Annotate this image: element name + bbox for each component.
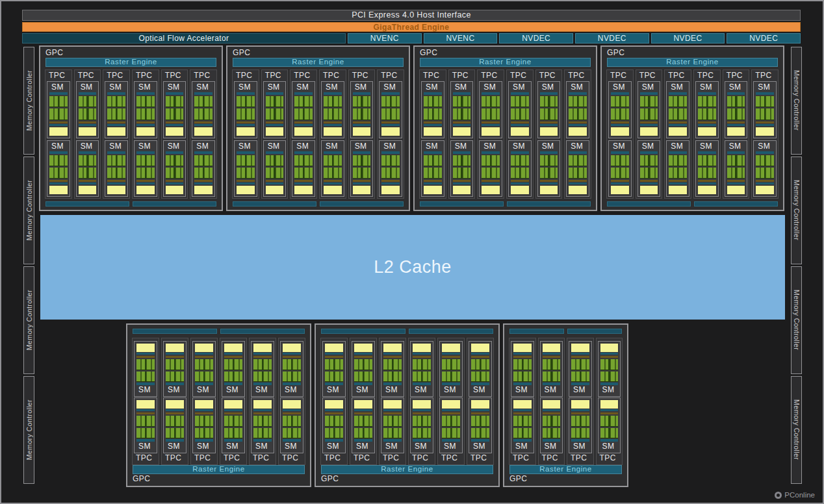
green-grid-block bbox=[471, 416, 489, 427]
green-grid-block bbox=[194, 96, 212, 107]
olive-strip bbox=[413, 356, 431, 358]
tpc-label: TPC bbox=[439, 453, 463, 463]
teal-strip bbox=[611, 183, 629, 184]
green-grid-block bbox=[194, 108, 212, 120]
yellow-block bbox=[237, 127, 255, 136]
sm-label: SM bbox=[353, 142, 371, 151]
sm-label: SM bbox=[136, 385, 155, 394]
teal-strip bbox=[237, 183, 255, 184]
optical-flow-accelerator-bar: Optical Flow Accelerator bbox=[22, 33, 346, 44]
teal-strip bbox=[194, 151, 212, 154]
green-grid-block bbox=[166, 372, 184, 383]
olive-strip bbox=[513, 412, 532, 414]
teal-strip bbox=[482, 151, 500, 154]
memory-controller-label: Memory Controller bbox=[25, 290, 33, 350]
teal-strip bbox=[294, 183, 313, 184]
yellow-block bbox=[266, 127, 284, 136]
olive-strip bbox=[611, 121, 629, 123]
sm-label: SM bbox=[381, 82, 400, 92]
green-grid-block bbox=[727, 155, 745, 166]
sm-block: SM bbox=[379, 140, 402, 197]
sm-label: SM bbox=[424, 142, 442, 151]
codec-unit-bar: NVDEC bbox=[575, 33, 649, 44]
olive-strip bbox=[325, 356, 343, 358]
video-engine-row: Optical Flow Accelerator NVENCNVENCNVDEC… bbox=[22, 33, 801, 44]
green-grid-block bbox=[354, 428, 372, 439]
green-grid-block bbox=[383, 428, 402, 439]
olive-strip bbox=[640, 180, 658, 182]
yellow-block bbox=[424, 186, 442, 194]
green-grid-block bbox=[611, 96, 629, 107]
green-grid-block bbox=[266, 155, 284, 166]
sm-label: SM bbox=[283, 442, 301, 451]
green-grid-block bbox=[442, 428, 460, 439]
green-grid-block bbox=[381, 155, 400, 166]
olive-strip bbox=[669, 121, 687, 123]
wide-bar-row bbox=[321, 329, 493, 334]
yellow-block bbox=[669, 186, 687, 194]
sm-label: SM bbox=[224, 385, 242, 394]
teal-strip bbox=[354, 353, 372, 355]
wide-bar-row bbox=[420, 201, 591, 207]
memory-controller-bar: Memory Controller bbox=[23, 47, 34, 155]
teal-strip bbox=[324, 92, 342, 95]
tpc-label: TPC bbox=[47, 71, 70, 81]
olive-strip bbox=[727, 180, 745, 182]
sm-label: SM bbox=[166, 142, 184, 151]
teal-strip bbox=[471, 353, 489, 355]
sm-block: SM bbox=[350, 140, 374, 197]
green-grid-block bbox=[294, 96, 313, 107]
green-grid-block bbox=[453, 155, 471, 166]
wide-teal-bar bbox=[567, 329, 622, 334]
sm-block: SM bbox=[321, 81, 344, 138]
tpc-block: TPCSMSM bbox=[448, 69, 476, 199]
tpc-label: TPC bbox=[251, 453, 274, 463]
tpc-label: TPC bbox=[192, 453, 216, 463]
tpc-label: TPC bbox=[322, 453, 346, 463]
green-grid-block bbox=[195, 428, 213, 439]
green-grid-block bbox=[600, 372, 619, 383]
green-grid-block bbox=[381, 108, 400, 120]
tpc-block: TPCSMSM bbox=[693, 69, 721, 199]
tpc-label: TPC bbox=[292, 71, 315, 81]
sm-label: SM bbox=[482, 82, 500, 92]
tpc-block: TPCSMSM bbox=[161, 69, 188, 199]
olive-strip bbox=[283, 356, 301, 358]
teal-strip bbox=[353, 183, 371, 184]
green-grid-block bbox=[237, 108, 255, 120]
sm-label: SM bbox=[600, 442, 619, 451]
green-grid-block bbox=[669, 96, 687, 107]
teal-strip bbox=[353, 124, 371, 126]
teal-strip bbox=[166, 92, 184, 95]
tpc-row: TPCSMSMTPCSMSMTPCSMSMTPCSMSMTPCSMSMTPCSM… bbox=[132, 338, 305, 465]
olive-strip bbox=[471, 356, 489, 358]
olive-strip bbox=[237, 180, 255, 182]
green-grid-block bbox=[571, 428, 589, 439]
yellow-block bbox=[166, 400, 184, 409]
sm-block: SM bbox=[421, 81, 444, 138]
gpc-block: GPCRaster EngineTPCSMSMTPCSMSMTPCSMSMTPC… bbox=[600, 45, 784, 211]
green-grid-block bbox=[324, 96, 342, 107]
tpc-label: TPC bbox=[134, 453, 157, 463]
green-grid-block bbox=[354, 416, 372, 427]
teal-strip bbox=[325, 353, 343, 355]
sm-label: SM bbox=[224, 442, 242, 451]
sm-block: SM bbox=[234, 140, 257, 197]
olive-strip bbox=[194, 180, 212, 182]
sm-label: SM bbox=[107, 142, 125, 151]
olive-strip bbox=[166, 121, 184, 123]
teal-strip bbox=[354, 409, 372, 411]
teal-strip bbox=[266, 92, 284, 95]
sm-block: SM bbox=[322, 397, 346, 453]
green-grid-block bbox=[413, 359, 431, 370]
yellow-block bbox=[543, 344, 561, 352]
yellow-block bbox=[453, 127, 471, 136]
yellow-block bbox=[698, 127, 716, 136]
teal-strip bbox=[224, 353, 242, 355]
teal-strip bbox=[194, 92, 212, 95]
teal-strip bbox=[600, 353, 619, 355]
green-grid-block bbox=[640, 155, 658, 166]
olive-strip bbox=[453, 121, 471, 123]
green-grid-block bbox=[611, 155, 629, 166]
sm-block: SM bbox=[540, 341, 563, 397]
